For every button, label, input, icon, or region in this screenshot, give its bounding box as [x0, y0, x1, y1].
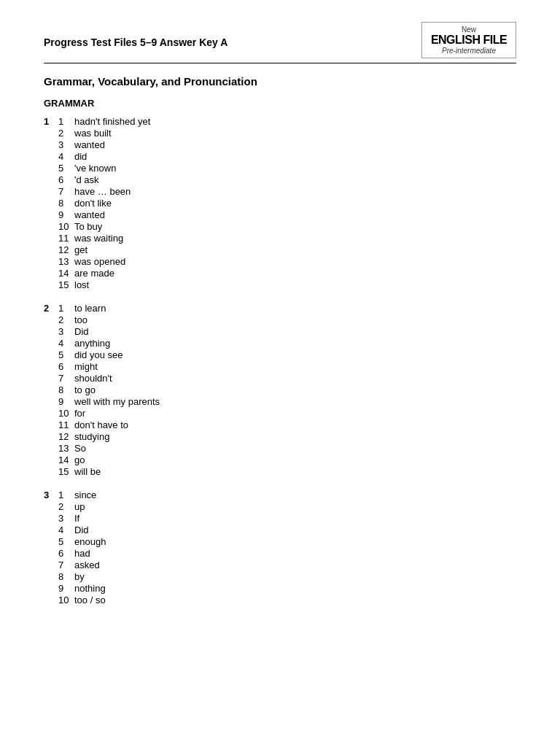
answer-2-15: will be: [74, 466, 101, 477]
inner-num-1-10: 10: [58, 221, 74, 232]
logo-english-file: ENGLISH FILE: [428, 34, 510, 47]
question-group-2: 21to learn2too3Did4anything5did you see6…: [44, 303, 516, 478]
inner-num-3-10: 10: [58, 595, 74, 605]
answer-1-3: wanted: [74, 139, 105, 150]
inner-num-1-4: 4: [58, 151, 74, 162]
inner-num-2-5: 5: [58, 349, 74, 360]
list-item: 6'd ask: [58, 174, 516, 185]
inner-num-2-3: 3: [58, 326, 74, 337]
list-item: 8to go: [58, 384, 516, 395]
answer-2-6: might: [74, 361, 98, 372]
header-divider: [44, 63, 516, 63]
answer-1-2: was built: [74, 128, 112, 139]
list-item: 13So: [58, 443, 516, 454]
inner-num-2-8: 8: [58, 384, 74, 395]
answer-2-8: to go: [74, 384, 96, 395]
logo-new: New: [428, 26, 510, 34]
answer-2-11: don't have to: [74, 419, 128, 430]
list-item: 12studying: [58, 431, 516, 442]
answer-3-7: asked: [74, 560, 100, 570]
outer-num-2: 2: [44, 303, 58, 478]
answer-1-11: was waiting: [74, 233, 123, 244]
logo-pre-intermediate: Pre-intermediate: [428, 47, 510, 55]
items-group-2: 1to learn2too3Did4anything5did you see6m…: [58, 303, 516, 478]
answer-2-7: shouldn't: [74, 373, 112, 384]
answer-3-4: Did: [74, 525, 89, 535]
answer-3-1: since: [74, 489, 96, 500]
inner-num-3-7: 7: [58, 560, 74, 570]
inner-num-1-6: 6: [58, 174, 74, 185]
list-item: 4Did: [58, 525, 516, 535]
list-item: 1hadn't finished yet: [58, 116, 516, 127]
list-item: 8by: [58, 571, 516, 582]
question-group-3: 31since2up3If4Did5enough6had7asked8by9no…: [44, 489, 516, 606]
outer-num-1: 1: [44, 116, 58, 291]
list-item: 11was waiting: [58, 233, 516, 244]
answer-1-15: lost: [74, 279, 89, 290]
inner-num-3-6: 6: [58, 548, 74, 559]
inner-num-2-12: 12: [58, 431, 74, 442]
list-item: 14are made: [58, 268, 516, 279]
answer-1-6: 'd ask: [74, 174, 99, 185]
inner-num-1-1: 1: [58, 116, 74, 127]
answer-2-9: well with my parents: [74, 396, 160, 407]
inner-num-2-15: 15: [58, 466, 74, 477]
list-item: 2too: [58, 314, 516, 325]
inner-num-3-3: 3: [58, 513, 74, 524]
answer-2-13: So: [74, 443, 86, 454]
inner-num-2-7: 7: [58, 373, 74, 384]
answer-3-5: enough: [74, 536, 106, 547]
question-block-1: 11hadn't finished yet2was built3wanted4d…: [44, 116, 516, 291]
list-item: 2was built: [58, 128, 516, 139]
inner-num-1-2: 2: [58, 128, 74, 139]
list-item: 1since: [58, 489, 516, 500]
list-item: 9nothing: [58, 583, 516, 594]
inner-num-3-1: 1: [58, 489, 74, 500]
list-item: 12get: [58, 244, 516, 255]
answer-2-1: to learn: [74, 303, 106, 314]
inner-num-3-2: 2: [58, 501, 74, 512]
list-item: 6might: [58, 361, 516, 372]
answer-2-2: too: [74, 314, 88, 325]
section-title: Grammar, Vocabulary, and Pronunciation: [44, 75, 516, 88]
answer-3-10: too / so: [74, 595, 106, 605]
list-item: 9well with my parents: [58, 396, 516, 407]
list-item: 2up: [58, 501, 516, 512]
list-item: 10too / so: [58, 595, 516, 605]
header: Progress Test Files 5–9 Answer Key A New…: [44, 22, 516, 58]
list-item: 13was opened: [58, 256, 516, 267]
list-item: 1to learn: [58, 303, 516, 314]
question-block-2: 21to learn2too3Did4anything5did you see6…: [44, 303, 516, 478]
answer-1-9: wanted: [74, 209, 105, 220]
answer-1-5: 've known: [74, 163, 116, 174]
answer-1-8: don't like: [74, 198, 112, 209]
list-item: 6had: [58, 548, 516, 559]
answer-2-12: studying: [74, 431, 109, 442]
inner-num-1-3: 3: [58, 139, 74, 150]
list-item: 8don't like: [58, 198, 516, 209]
answer-2-5: did you see: [74, 349, 123, 360]
inner-num-2-11: 11: [58, 419, 74, 430]
answer-1-13: was opened: [74, 256, 125, 267]
list-item: 10for: [58, 408, 516, 419]
answer-3-8: by: [74, 571, 85, 582]
answer-2-14: go: [74, 454, 85, 465]
inner-num-2-1: 1: [58, 303, 74, 314]
inner-num-2-13: 13: [58, 443, 74, 454]
inner-num-3-8: 8: [58, 571, 74, 582]
list-item: 5enough: [58, 536, 516, 547]
page: Progress Test Files 5–9 Answer Key A New…: [0, 0, 560, 747]
answer-1-14: are made: [74, 268, 114, 279]
items-group-3: 1since2up3If4Did5enough6had7asked8by9not…: [58, 489, 516, 606]
subsection-title: GRAMMAR: [44, 98, 516, 109]
question-group-1: 11hadn't finished yet2was built3wanted4d…: [44, 116, 516, 291]
answer-3-3: If: [74, 513, 79, 524]
list-item: 7have … been: [58, 186, 516, 197]
inner-num-2-10: 10: [58, 408, 74, 419]
grammar-groups: 11hadn't finished yet2was built3wanted4d…: [44, 116, 516, 606]
list-item: 7shouldn't: [58, 373, 516, 384]
inner-num-2-14: 14: [58, 454, 74, 465]
outer-num-3: 3: [44, 489, 58, 606]
inner-num-1-14: 14: [58, 268, 74, 279]
list-item: 3If: [58, 513, 516, 524]
